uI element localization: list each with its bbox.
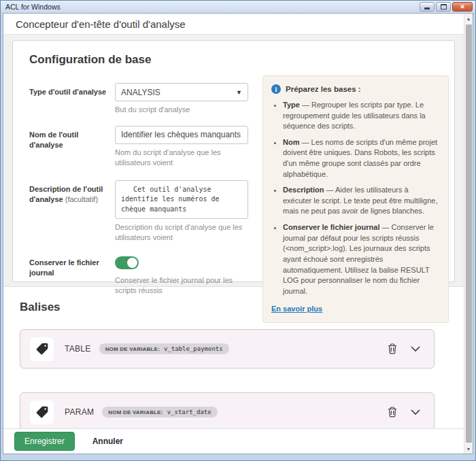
learn-more-link[interactable]: En savoir plus: [271, 305, 322, 313]
tag-type: PARAM: [65, 407, 94, 417]
footer: Enregistrer Annuler: [3, 428, 464, 454]
info-panel: i Préparez les bases : Type — Regrouper …: [262, 75, 449, 323]
dialog-header: Concepteur d'en-tête d'outil d'analyse: [3, 14, 464, 35]
dialog: Concepteur d'en-tête d'outil d'analyse C…: [3, 13, 473, 454]
trash-icon: [388, 407, 397, 417]
analytic-type-select[interactable]: ANALYSIS ▼: [115, 83, 248, 101]
window-title: ACL for Windows: [5, 3, 420, 11]
info-bullet-description: Description — Aider les utilisateurs à e…: [283, 185, 439, 217]
keep-log-label: Conserver le fichier journal: [29, 256, 115, 296]
page-title: Concepteur d'en-tête d'outil d'analyse: [16, 18, 186, 30]
minimize-icon: [424, 7, 430, 10]
minimize-button[interactable]: [420, 2, 435, 12]
variable-badge-label: NOM DE VARIABLE:: [105, 346, 160, 352]
tag-icon-box: [30, 337, 54, 361]
info-bullet-list: Type — Regrouper les scripts par type. L…: [271, 100, 439, 296]
save-button[interactable]: Enregistrer: [14, 432, 75, 451]
analytic-name-helper: Nom du script d'analyse que les utilisat…: [115, 148, 248, 168]
variable-badge-value: v_start_date: [167, 409, 211, 415]
info-bullet-keep-log: Conserver le fichier journal — Conserver…: [283, 222, 439, 296]
info-icon: i: [271, 84, 281, 94]
expand-tag-button[interactable]: [411, 346, 420, 352]
app-window: ACL for Windows ✕ Concepteur d'en-tête d…: [0, 0, 476, 461]
keep-log-toggle[interactable]: [115, 256, 139, 269]
expand-tag-button[interactable]: [411, 409, 420, 415]
chevron-down-icon: ▼: [236, 89, 242, 96]
variable-badge: NOM DE VARIABLE: v_start_date: [102, 407, 217, 417]
analytic-description-textarea[interactable]: Cet outil d'analyse identifie les numéro…: [115, 180, 248, 220]
variable-badge-value: v_table_payments: [164, 345, 223, 352]
keep-log-helper: Conserver le fichier journal pour les sc…: [115, 275, 248, 296]
info-bullet-type: Type — Regrouper les scripts par type. L…: [283, 100, 439, 132]
scrollbar-thumb[interactable]: [466, 24, 472, 443]
analytic-name-label: Nom de l'outil d'analyse: [29, 126, 115, 168]
trash-icon: [388, 343, 397, 354]
toggle-knob: [127, 258, 137, 268]
tag-card-param: PARAM NOM DE VARIABLE: v_start_date: [20, 392, 435, 428]
analytic-type-label: Type d'outil d'analyse: [29, 83, 115, 115]
delete-tag-button[interactable]: [388, 407, 397, 417]
info-bullet-name: Nom — Les noms de scripts d'un même proj…: [283, 137, 439, 180]
tag-icon-box: [30, 400, 54, 424]
titlebar: ACL for Windows ✕: [1, 1, 475, 13]
analytic-name-input[interactable]: [115, 126, 248, 144]
analytic-type-helper: But du script d'analyse: [115, 105, 248, 115]
analytic-description-label: Description de l'outil d'analyse (facult…: [29, 180, 115, 243]
cancel-button[interactable]: Annuler: [92, 437, 123, 446]
tag-icon: [35, 342, 49, 356]
variable-badge-label: NOM DE VARIABLE:: [108, 409, 163, 415]
delete-tag-button[interactable]: [388, 343, 397, 354]
analytic-description-helper: Description du script d'analyse que les …: [115, 222, 248, 243]
vertical-scrollbar[interactable]: ▲ ▼: [464, 14, 473, 454]
chevron-down-icon: [411, 409, 420, 415]
chevron-down-icon: [411, 346, 420, 352]
close-icon: ✕: [460, 4, 465, 10]
tag-icon: [35, 405, 49, 419]
optional-label: (facultatif): [65, 195, 98, 203]
tag-type: TABLE: [65, 344, 91, 354]
maximize-button[interactable]: [436, 2, 451, 12]
scrollbar-up-icon[interactable]: ▲: [464, 14, 473, 23]
variable-badge: NOM DE VARIABLE: v_table_payments: [99, 343, 229, 354]
maximize-icon: [441, 4, 447, 10]
basic-configuration-card: Configuration de base Type d'outil d'ana…: [12, 40, 455, 282]
close-button[interactable]: ✕: [452, 2, 473, 12]
dialog-body: Configuration de base Type d'outil d'ana…: [3, 35, 464, 428]
basic-configuration-title: Configuration de base: [29, 53, 439, 67]
tag-card-table: TABLE NOM DE VARIABLE: v_table_payments: [20, 329, 435, 369]
scrollbar-down-icon[interactable]: ▼: [464, 444, 473, 454]
analytic-type-value: ANALYSIS: [121, 88, 236, 97]
info-panel-title: Préparez les bases :: [286, 85, 361, 93]
